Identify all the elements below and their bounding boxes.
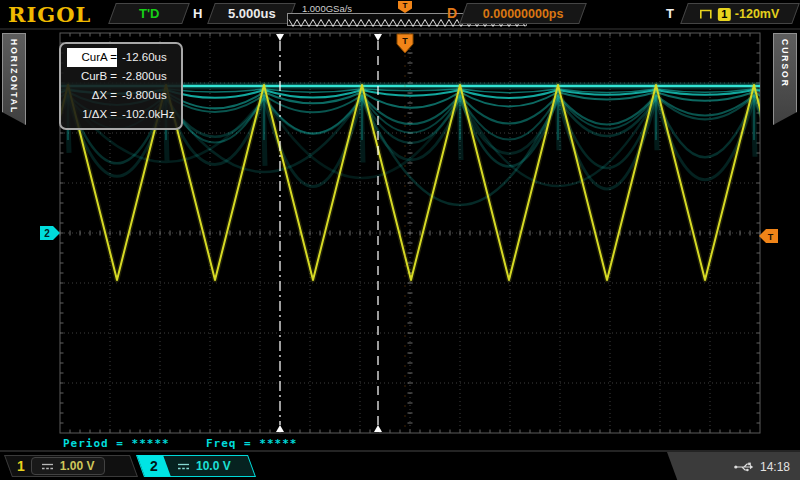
clock-text: 14:18 <box>760 460 790 474</box>
delay-label: D <box>447 5 457 21</box>
dc-coupling-icon <box>41 462 54 471</box>
channel-1-scale: 1.00 V <box>60 459 95 473</box>
delay-value-badge[interactable]: 0.00000000ps <box>459 3 587 24</box>
trigger-status-badge[interactable]: T'D <box>108 3 190 24</box>
freq-readout: Freq = ***** <box>206 437 297 450</box>
tab-horizontal[interactable]: HORIZONTAL <box>2 33 26 125</box>
cursor-inverse-delta-row: 1/ΔX = -102.0kHz <box>67 105 175 124</box>
trigger-source-badge: 1 <box>718 7 731 20</box>
cursor-a-row[interactable]: CurA = -12.60us <box>67 48 175 67</box>
tab-cursor-label: CURSOR <box>780 34 790 124</box>
horizontal-scale-label: H <box>193 6 202 21</box>
cursor-b-line-bottom-marker[interactable] <box>374 425 382 432</box>
trigger-status-text: T'D <box>139 6 159 21</box>
cursor-b-label: CurB = <box>67 67 117 86</box>
cursor-inverse-delta-value: -102.0kHz <box>122 105 175 124</box>
pulse-edge-icon <box>700 8 714 20</box>
cursor-a-line-top-marker[interactable] <box>276 34 284 41</box>
dc-coupling-icon <box>177 462 190 471</box>
channel-2-number: 2 <box>137 455 171 477</box>
cursor-b-line-top-marker[interactable] <box>374 34 382 41</box>
cursor-a-line-bottom-marker[interactable] <box>276 425 284 432</box>
channel-2-badge[interactable]: 2 10.0 V <box>136 455 256 477</box>
timebase-value: 5.000us <box>228 6 276 21</box>
channel-2-position-marker-label: 2 <box>44 228 50 239</box>
brand-logo: RIGOL <box>8 2 91 27</box>
timebase-badge[interactable]: 5.000us <box>207 3 296 24</box>
trigger-position-marker-letter: T <box>402 36 408 46</box>
trigger-level-text: -120mV <box>735 7 779 21</box>
top-status-bar: RIGOL T'D H 5.000us 1.000GSa/s 70.0k pts… <box>0 0 800 30</box>
channel-1-badge[interactable]: 1 1.00 V <box>4 455 138 477</box>
trigger-settings-badge[interactable]: 1 -120mV <box>680 3 800 24</box>
trigger-section-label: T <box>666 6 674 21</box>
cursor-delta-value: -9.800us <box>122 86 175 105</box>
cursor-a-value: -12.60us <box>122 48 175 67</box>
cursor-delta-label: ΔX = <box>67 86 117 105</box>
cursor-b-row[interactable]: CurB = -2.800us <box>67 67 175 86</box>
cursor-a-label: CurA = <box>67 48 117 67</box>
channel-2-scale: 10.0 V <box>196 459 231 473</box>
tab-cursor[interactable]: CURSOR <box>773 33 797 125</box>
cursor-b-value: -2.800us <box>122 67 175 86</box>
cursor-inverse-delta-label: 1/ΔX = <box>67 105 117 124</box>
tab-horizontal-label: HORIZONTAL <box>9 34 19 124</box>
trigger-position-marker-mini[interactable]: T <box>398 1 412 13</box>
delay-value: 0.00000000ps <box>483 7 564 21</box>
oscilloscope-screen: T2T RIGOL T'D H 5.000us 1.000GSa/s 70.0k… <box>0 0 800 480</box>
channel-1-number: 1 <box>9 458 31 474</box>
cursor-readout-panel: CurA = -12.60us CurB = -2.800us ΔX = -9.… <box>59 42 183 130</box>
channel-2-position-marker[interactable] <box>40 226 60 240</box>
usb-icon <box>734 461 754 473</box>
cursor-delta-row: ΔX = -9.800us <box>67 86 175 105</box>
status-time-panel: 14:18 <box>663 452 800 480</box>
period-readout: Period = ***** <box>63 437 170 450</box>
trigger-level-marker-letter: T <box>768 232 774 242</box>
bottom-status-bar: 1 1.00 V 2 10.0 V <box>0 450 800 480</box>
